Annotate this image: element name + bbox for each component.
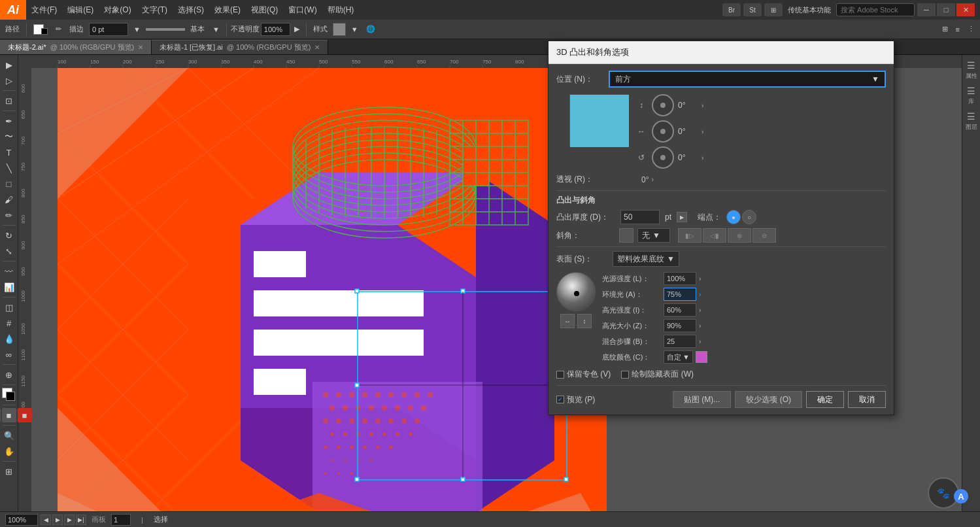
direct-select-tool[interactable]: ▷ <box>2 73 16 88</box>
align-icon[interactable]: ≡ <box>953 22 962 37</box>
menu-file[interactable]: 文件(F) <box>26 0 62 20</box>
style-swatch[interactable] <box>333 23 346 36</box>
highlight-intensity-input[interactable] <box>664 303 696 316</box>
view-btn-2[interactable]: ■ <box>2 408 16 422</box>
menu-window[interactable]: 窗口(W) <box>283 0 322 20</box>
tab-doc1[interactable]: 未标题-2.ai* @ 100% (RGB/GPU 预览) ✕ <box>0 40 152 54</box>
bevel-btn-3[interactable]: ⊕ <box>728 228 751 243</box>
cancel-btn[interactable]: 取消 <box>848 391 886 408</box>
rot-y-circle[interactable] <box>652 120 674 143</box>
draw-hidden-checkbox[interactable] <box>621 371 629 379</box>
blend-tool[interactable]: ∞ <box>2 347 16 362</box>
fill-stroke-area[interactable] <box>31 22 50 37</box>
preview-checkbox[interactable] <box>556 396 564 403</box>
more-icon[interactable]: ⋮ <box>965 22 977 37</box>
globe-icon[interactable]: 🌐 <box>363 22 378 37</box>
tab-doc1-close[interactable]: ✕ <box>138 44 143 51</box>
menu-text[interactable]: 文字(T) <box>137 0 173 20</box>
rot-x-chevron[interactable]: › <box>701 102 703 109</box>
cap-btn-filled[interactable]: ● <box>726 210 741 224</box>
menu-select[interactable]: 选择(S) <box>173 0 209 20</box>
hand-tool[interactable]: ✋ <box>2 444 16 458</box>
layers-panel-btn[interactable]: ☰ 图层 <box>966 111 977 131</box>
menu-edit[interactable]: 编辑(E) <box>62 0 99 20</box>
rot-x-circle[interactable] <box>652 94 674 116</box>
ambient-light-arrow[interactable]: › <box>699 291 701 298</box>
menu-view[interactable]: 视图(Q) <box>246 0 283 20</box>
stroke-value-input[interactable] <box>89 23 128 36</box>
tab-doc2-close[interactable]: ✕ <box>314 44 320 51</box>
dash-arrow[interactable]: ▼ <box>210 22 222 37</box>
texture-color-swatch[interactable] <box>696 351 707 363</box>
zoom-next2[interactable]: ▶ <box>64 515 75 525</box>
menu-help[interactable]: 帮助(H) <box>322 0 360 20</box>
fewer-options-btn[interactable]: 较少选项 (O) <box>735 391 802 408</box>
type-tool[interactable]: T <box>2 145 16 160</box>
add-light-btn[interactable]: ↔ <box>560 314 575 328</box>
menu-object[interactable]: 对象(O) <box>99 0 136 20</box>
rect-tool[interactable]: □ <box>2 177 16 191</box>
rot-z-circle[interactable] <box>652 146 674 169</box>
rot-y-chevron[interactable]: › <box>701 128 703 135</box>
position-dropdown[interactable]: 前方 ▼ <box>609 71 886 88</box>
preview-check[interactable]: 预览 (P) <box>556 394 595 405</box>
view-btn-3[interactable]: ■ <box>18 408 32 422</box>
paintbrush-tool[interactable]: 🖌 <box>2 192 16 207</box>
zoom-last[interactable]: ▶| <box>76 515 86 525</box>
bevel-btn-2[interactable]: ◁▮ <box>703 228 726 243</box>
stroke-arrow[interactable]: ▼ <box>131 22 143 37</box>
mesh-tool[interactable]: # <box>2 316 16 330</box>
extrude-depth-up[interactable]: ▶ <box>677 212 687 222</box>
bridge-btn[interactable]: Br <box>722 3 741 16</box>
cap-btn-open[interactable]: ○ <box>742 210 756 224</box>
bevel-btn-1[interactable]: ▮▷ <box>678 228 701 243</box>
bevel-btn-4[interactable]: ⊖ <box>752 228 776 243</box>
artboard-tool[interactable]: ⊡ <box>2 94 16 108</box>
line-tool[interactable]: ╲ <box>2 161 16 175</box>
arrange-btn[interactable]: ⊞ <box>764 3 783 16</box>
eyedropper-tool[interactable]: 💧 <box>2 332 16 346</box>
stroke-icon[interactable]: ✏ <box>53 22 64 37</box>
tab-doc2[interactable]: 未标题-1 [已恢复].ai @ 100% (RGB/GPU 预览) ✕ <box>152 40 328 54</box>
dash-pattern[interactable] <box>146 28 185 31</box>
arrange-icon[interactable]: ⊞ <box>939 22 951 37</box>
pencil-tool[interactable]: ✏ <box>2 208 16 222</box>
gradient-tool[interactable]: ◫ <box>2 300 16 314</box>
extrude-depth-input[interactable] <box>620 210 660 224</box>
zoom-prev[interactable]: ◀ <box>41 515 51 525</box>
library-panel-btn[interactable]: ☰ 库 <box>967 86 975 106</box>
properties-panel-btn[interactable]: ☰ 属性 <box>966 60 977 80</box>
curvature-tool[interactable]: 〜 <box>2 129 16 144</box>
pen-tool[interactable]: ✒ <box>2 114 16 128</box>
rotate-tool[interactable]: ↻ <box>2 228 16 243</box>
blend-steps-arrow[interactable]: › <box>699 338 701 345</box>
opacity-arrow[interactable]: ▶ <box>292 22 302 37</box>
surface-dropdown[interactable]: 塑料效果底纹 ▼ <box>613 251 679 267</box>
draw-hidden-check[interactable]: 绘制隐藏表面 (W) <box>621 369 694 380</box>
fill-swatch[interactable] <box>2 388 16 402</box>
stock-btn[interactable]: St <box>743 3 762 16</box>
ambient-light-input[interactable] <box>664 288 696 301</box>
light-sphere[interactable] <box>556 272 596 311</box>
perspective-chevron[interactable]: › <box>651 176 653 183</box>
move-light-btn[interactable]: ↕ <box>577 314 592 328</box>
minimize-btn[interactable]: ─ <box>917 3 936 16</box>
texture-color-dropdown[interactable]: 自定 ▼ <box>664 350 693 364</box>
zoom-tool[interactable]: 🔍 <box>2 428 16 443</box>
rot-z-chevron[interactable]: › <box>701 154 703 162</box>
maximize-btn[interactable]: □ <box>937 3 955 16</box>
view-btn-1[interactable]: □ <box>0 408 1 422</box>
menu-effect[interactable]: 效果(E) <box>209 0 246 20</box>
scale-tool[interactable]: ⤡ <box>2 244 16 258</box>
highlight-intensity-arrow[interactable]: › <box>699 307 701 314</box>
highlight-size-arrow[interactable]: › <box>699 322 701 330</box>
opacity-input[interactable] <box>261 23 290 36</box>
highlight-size-input[interactable] <box>664 319 696 332</box>
page-input[interactable] <box>111 514 131 526</box>
preserve-spot-checkbox[interactable] <box>556 371 564 379</box>
light-intensity-input[interactable] <box>664 272 696 285</box>
close-btn[interactable]: ✕ <box>956 3 975 16</box>
artboard-tool-2[interactable]: ⊞ <box>2 464 16 479</box>
symbol-tool[interactable]: ⊕ <box>2 367 16 382</box>
bevel-dropdown[interactable]: 无 ▼ <box>637 228 670 243</box>
